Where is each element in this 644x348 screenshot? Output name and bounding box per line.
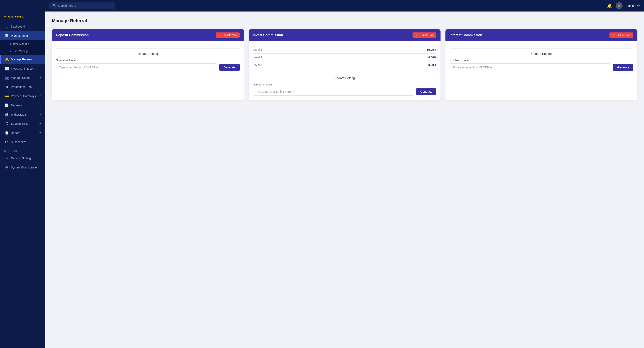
- search-bar[interactable]: 🔍: [50, 2, 115, 9]
- level3-value: 3.00%: [428, 63, 436, 67]
- sidebar-item-manage-users[interactable]: 👥 Manage Users ▼: [0, 73, 45, 82]
- manage-users-icon: 👥: [5, 76, 8, 80]
- invest-number-input[interactable]: [253, 88, 414, 96]
- sidebar-item-plan-manage[interactable]: ☰ Plan Manage ▲: [0, 31, 45, 40]
- plan-manage-submenu: Time Manage Plan Manage: [0, 40, 45, 55]
- level2-value: 8.00%: [428, 56, 436, 59]
- number-of-level-label: Number of Level: [253, 83, 436, 86]
- invest-generate-button[interactable]: Generate: [416, 88, 436, 95]
- sidebar-item-label: Manage Referral: [11, 58, 32, 61]
- commission-row-level2: Level 2 8.00%: [253, 54, 436, 61]
- settings-section-label: SETTINGS: [0, 147, 45, 154]
- sidebar-item-label: Investment Report: [11, 67, 34, 70]
- commission-row-level1: Level 1 10.00%: [253, 46, 436, 54]
- sidebar-item-payment-gateways[interactable]: 💳 Payment Gateways ▼: [0, 91, 45, 101]
- sidebar-item-support-ticket[interactable]: 🖨 Support Ticket ▼: [0, 119, 45, 128]
- main-content: Manage Referral Deposit Commission 🔗 Dis…: [45, 11, 644, 348]
- dashboard-icon: ⌂: [5, 25, 8, 28]
- submenu-dot: [10, 50, 11, 52]
- search-input[interactable]: [58, 4, 112, 7]
- topbar: 🔍 🔔 A admin ⚙: [0, 0, 644, 11]
- topbar-right: 🔔 A admin ⚙: [607, 2, 640, 9]
- sidebar-item-label: Plan Manage: [11, 34, 28, 37]
- withdrawals-icon: 🏦: [5, 113, 8, 117]
- commission-table: Level 1 10.00% Level 2 8.00% Level 3 3.0…: [253, 46, 436, 69]
- submenu-dot: [10, 43, 11, 45]
- report-icon: 📋: [5, 131, 8, 135]
- level3-label: Level 3: [253, 63, 262, 67]
- sidebar-item-promotional-tool[interactable]: 🖥 Promotional Tool: [0, 82, 45, 91]
- logo: ● Super Festival: [0, 11, 45, 22]
- sidebar-item-deposits[interactable]: 📄 Deposits ▼: [0, 101, 45, 110]
- sidebar-item-subscribers[interactable]: 🗂 Subscribers: [0, 138, 45, 147]
- invest-commission-body: Level 1 10.00% Level 2 8.00% Level 3 3.0…: [249, 41, 441, 100]
- disable-btn-label: Disable Now: [420, 34, 434, 36]
- sidebar-item-investment-report[interactable]: 📊 Investment Report: [0, 64, 45, 73]
- interest-commission-title: Interest Commission: [450, 33, 482, 37]
- divider: [56, 48, 240, 49]
- payment-gateways-icon: 💳: [5, 94, 8, 98]
- sidebar-item-time-manage[interactable]: Time Manage: [0, 40, 45, 47]
- commission-row-level3: Level 3 3.00%: [253, 61, 436, 69]
- deposit-generate-button[interactable]: Generate: [219, 64, 240, 71]
- sidebar: ● Super Festival ⌂ Dashboard ☰ Plan Mana…: [0, 11, 45, 348]
- disable-btn-label: Disable Now: [223, 34, 236, 36]
- sidebar-item-label: Subscribers: [11, 140, 26, 144]
- sidebar-item-plan-manage-sub[interactable]: Plan Manage: [0, 47, 45, 55]
- chevron-down-icon: ▼: [39, 77, 41, 79]
- deposit-commission-title: Deposit Commission: [56, 33, 89, 37]
- chevron-down-icon: ▼: [39, 95, 41, 97]
- sidebar-item-label: Payment Gateways: [11, 95, 36, 98]
- sidebar-item-manage-referral[interactable]: 🔔 Manage Referral: [0, 55, 45, 64]
- level1-value: 10.00%: [427, 48, 436, 51]
- system-configuration-icon: ⚙: [5, 165, 8, 169]
- chevron-down-icon: ▼: [39, 113, 41, 116]
- link-icon: 🔗: [612, 34, 616, 36]
- deposit-disable-button[interactable]: 🔗 Disable Now: [216, 32, 240, 38]
- interest-disable-button[interactable]: 🔗 Disable Now: [610, 32, 633, 38]
- invest-commission-header: Invest Commission 🔗 Disable Now: [249, 29, 441, 41]
- update-setting-title: Update Setting: [56, 52, 240, 55]
- logo-text: Super Festival: [8, 15, 24, 18]
- investment-report-icon: 📊: [5, 67, 8, 70]
- page-title: Manage Referral: [52, 18, 638, 23]
- sidebar-item-label: Dashboard: [11, 25, 25, 28]
- interest-commission-header: Interest Commission 🔗 Disable Now: [446, 29, 638, 41]
- sidebar-item-label: Report: [11, 131, 20, 135]
- topbar-settings-icon[interactable]: ⚙: [637, 4, 640, 8]
- disable-btn-label: Disable Now: [617, 34, 630, 36]
- invest-commission-card: Invest Commission 🔗 Disable Now Level 1 …: [249, 29, 441, 100]
- number-of-level-label: Number of Level: [56, 59, 240, 62]
- update-setting-title: Update Setting: [450, 52, 633, 55]
- deposit-commission-card: Deposit Commission 🔗 Disable Now Update …: [52, 29, 244, 100]
- deposit-input-row: Generate: [56, 63, 240, 71]
- sidebar-item-label: Manage Users: [11, 76, 30, 79]
- sidebar-item-withdrawals[interactable]: 🏦 Withdrawals ▼: [0, 110, 45, 119]
- update-setting-title: Update Setting: [253, 76, 436, 80]
- sidebar-item-system-configuration[interactable]: ⚙ System Configuration: [0, 163, 45, 172]
- avatar: A: [616, 2, 622, 9]
- sidebar-item-label: Time Manage: [13, 42, 29, 45]
- interest-number-input[interactable]: [450, 63, 611, 71]
- invest-disable-button[interactable]: 🔗 Disable Now: [412, 32, 436, 38]
- deposit-number-input[interactable]: [56, 63, 217, 71]
- link-icon: 🔗: [416, 34, 418, 36]
- manage-referral-icon: 🔔: [5, 57, 8, 61]
- support-ticket-icon: 🖨: [5, 122, 8, 126]
- sidebar-item-general-setting[interactable]: ⚙ General Setting: [0, 154, 45, 163]
- sidebar-item-label: Promotional Tool: [11, 85, 32, 89]
- sidebar-item-report[interactable]: 📋 Report ▼: [0, 128, 45, 138]
- interest-generate-button[interactable]: Generate: [613, 64, 633, 71]
- promotional-tool-icon: 🖥: [5, 85, 8, 89]
- sidebar-item-label: Support Ticket: [11, 122, 30, 125]
- sidebar-nav: ⌂ Dashboard ☰ Plan Manage ▲ Time Manage …: [0, 22, 45, 344]
- notification-icon[interactable]: 🔔: [607, 3, 612, 8]
- level1-label: Level 1: [253, 48, 262, 51]
- search-icon: 🔍: [53, 4, 56, 7]
- level2-label: Level 2: [253, 56, 262, 59]
- general-setting-icon: ⚙: [5, 156, 8, 160]
- number-of-level-label: Number of Level: [450, 59, 633, 62]
- sidebar-item-label: Withdrawals: [11, 113, 26, 116]
- sidebar-item-dashboard[interactable]: ⌂ Dashboard: [0, 22, 45, 31]
- layout: ● Super Festival ⌂ Dashboard ☰ Plan Mana…: [0, 11, 644, 348]
